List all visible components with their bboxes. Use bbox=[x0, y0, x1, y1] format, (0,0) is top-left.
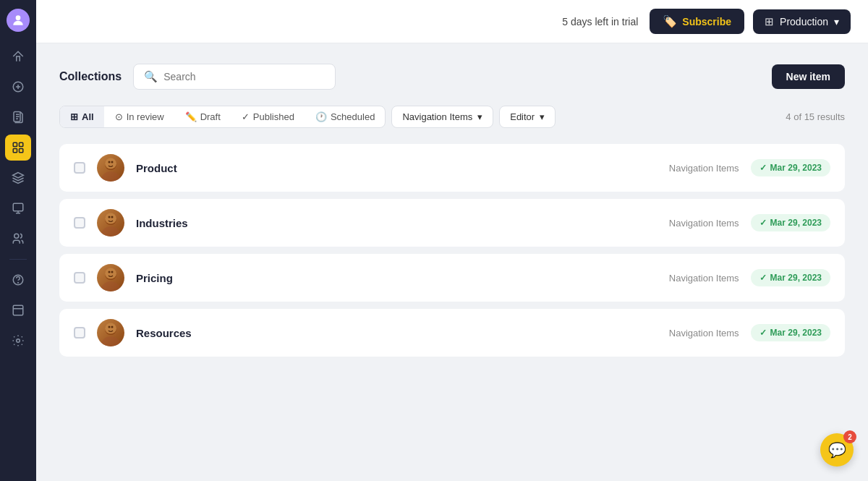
svg-point-8 bbox=[14, 234, 19, 238]
results-count: 4 of 15 results bbox=[786, 111, 845, 122]
items-table: Product Navigation Items ✓ Mar 29, 2023 … bbox=[59, 144, 845, 357]
check-icon: ✓ bbox=[760, 328, 767, 338]
svg-point-12 bbox=[17, 339, 20, 343]
svg-point-15 bbox=[105, 158, 116, 169]
row-date-badge: ✓ Mar 29, 2023 bbox=[751, 159, 830, 176]
sidebar-item-home[interactable] bbox=[5, 43, 31, 69]
row-collection: Navigation Items bbox=[669, 163, 739, 174]
table-row[interactable]: Resources Navigation Items ✓ Mar 29, 202… bbox=[59, 309, 845, 357]
search-input[interactable] bbox=[163, 71, 325, 82]
sidebar-item-settings[interactable] bbox=[5, 328, 31, 354]
table-row[interactable]: Product Navigation Items ✓ Mar 29, 2023 bbox=[59, 144, 845, 192]
svg-point-30 bbox=[105, 323, 116, 334]
chat-icon: 💬 bbox=[828, 441, 846, 459]
status-filter-group: ⊞ All ⊙ In review ✏️ Draft ✓ Published bbox=[59, 106, 386, 128]
svg-point-22 bbox=[111, 216, 114, 218]
sidebar-item-pages[interactable] bbox=[5, 297, 31, 323]
filter-all[interactable]: ⊞ All bbox=[60, 106, 104, 127]
in-review-icon: ⊙ bbox=[115, 111, 123, 122]
row-checkbox[interactable] bbox=[74, 162, 85, 174]
subscribe-label: Subscribe bbox=[682, 16, 731, 27]
editor-dropdown[interactable]: Editor ▾ bbox=[499, 106, 556, 128]
row-date-badge: ✓ Mar 29, 2023 bbox=[751, 269, 830, 286]
check-icon: ✓ bbox=[760, 163, 767, 173]
svg-point-27 bbox=[111, 271, 114, 273]
user-avatar[interactable] bbox=[7, 9, 30, 32]
sidebar-item-help[interactable] bbox=[5, 267, 31, 293]
svg-rect-11 bbox=[13, 305, 23, 315]
subscribe-icon: 🏷️ bbox=[663, 14, 677, 28]
sidebar-item-media[interactable] bbox=[5, 195, 31, 221]
svg-point-13 bbox=[101, 171, 121, 182]
topbar: 5 days left in trial 🏷️ Subscribe ⊞ Prod… bbox=[36, 0, 868, 43]
row-avatar bbox=[97, 154, 124, 182]
filter-draft-label: Draft bbox=[200, 111, 221, 122]
search-box: 🔍 bbox=[133, 64, 336, 90]
editor-label: Editor bbox=[510, 111, 535, 122]
svg-rect-6 bbox=[20, 149, 23, 153]
draft-icon: ✏️ bbox=[185, 111, 197, 122]
svg-point-21 bbox=[109, 216, 111, 218]
search-icon: 🔍 bbox=[144, 70, 158, 83]
svg-point-25 bbox=[105, 268, 116, 279]
chat-badge: 2 bbox=[843, 430, 856, 443]
all-icon: ⊞ bbox=[70, 111, 78, 122]
row-checkbox[interactable] bbox=[74, 217, 85, 229]
row-avatar bbox=[97, 319, 124, 346]
row-avatar bbox=[97, 264, 124, 291]
svg-rect-7 bbox=[13, 203, 23, 211]
svg-point-18 bbox=[101, 226, 121, 237]
sidebar-item-blog[interactable] bbox=[5, 74, 31, 100]
published-icon: ✓ bbox=[242, 111, 250, 122]
filter-in-review[interactable]: ⊙ In review bbox=[105, 106, 174, 127]
row-date-badge: ✓ Mar 29, 2023 bbox=[751, 214, 830, 231]
row-name: Pricing bbox=[136, 272, 658, 284]
check-icon: ✓ bbox=[760, 218, 767, 228]
svg-point-31 bbox=[109, 326, 111, 328]
row-checkbox[interactable] bbox=[74, 327, 85, 339]
svg-rect-3 bbox=[13, 142, 17, 146]
svg-point-10 bbox=[18, 282, 19, 283]
svg-point-16 bbox=[109, 161, 111, 163]
sidebar-item-grid[interactable] bbox=[5, 135, 31, 161]
sidebar-item-plugins[interactable] bbox=[5, 165, 31, 191]
table-row[interactable]: Industries Navigation Items ✓ Mar 29, 20… bbox=[59, 199, 845, 247]
collections-header: Collections 🔍 New item bbox=[59, 64, 845, 90]
new-item-button[interactable]: New item bbox=[772, 64, 845, 89]
check-icon: ✓ bbox=[760, 273, 767, 283]
svg-rect-5 bbox=[13, 149, 17, 153]
row-name: Product bbox=[136, 162, 658, 174]
row-checkbox[interactable] bbox=[74, 272, 85, 284]
svg-point-17 bbox=[111, 161, 114, 163]
row-collection: Navigation Items bbox=[669, 328, 739, 339]
filter-draft[interactable]: ✏️ Draft bbox=[175, 106, 231, 127]
chat-bubble[interactable]: 💬 2 bbox=[820, 433, 854, 467]
trial-text: 5 days left in trial bbox=[562, 16, 638, 27]
filter-bar: ⊞ All ⊙ In review ✏️ Draft ✓ Published bbox=[59, 106, 845, 128]
filter-published[interactable]: ✓ Published bbox=[231, 106, 305, 127]
table-row[interactable]: Pricing Navigation Items ✓ Mar 29, 2023 bbox=[59, 254, 845, 302]
filter-all-label: All bbox=[82, 111, 94, 122]
filter-in-review-label: In review bbox=[127, 111, 164, 122]
row-date-badge: ✓ Mar 29, 2023 bbox=[751, 324, 830, 341]
svg-point-28 bbox=[101, 336, 121, 346]
sidebar-item-document[interactable] bbox=[5, 104, 31, 130]
main-area: 5 days left in trial 🏷️ Subscribe ⊞ Prod… bbox=[36, 0, 868, 481]
subscribe-button[interactable]: 🏷️ Subscribe bbox=[650, 9, 744, 34]
filter-scheduled[interactable]: 🕐 Scheduled bbox=[305, 106, 385, 127]
content-area: Collections 🔍 New item ⊞ All ⊙ In review bbox=[36, 43, 868, 481]
production-icon: ⊞ bbox=[765, 15, 774, 28]
row-name: Industries bbox=[136, 217, 658, 229]
nav-items-dropdown[interactable]: Navigation Items ▾ bbox=[391, 106, 493, 128]
svg-point-20 bbox=[105, 213, 116, 224]
nav-items-label: Navigation Items bbox=[402, 111, 472, 122]
filter-published-label: Published bbox=[253, 111, 294, 122]
scheduled-icon: 🕐 bbox=[315, 111, 327, 122]
production-label: Production bbox=[780, 16, 828, 27]
sidebar-item-users[interactable] bbox=[5, 226, 31, 252]
row-collection: Navigation Items bbox=[669, 218, 739, 229]
svg-point-23 bbox=[101, 281, 121, 291]
sidebar-divider bbox=[9, 259, 27, 260]
production-button[interactable]: ⊞ Production ▾ bbox=[753, 9, 851, 34]
svg-point-26 bbox=[109, 271, 111, 273]
